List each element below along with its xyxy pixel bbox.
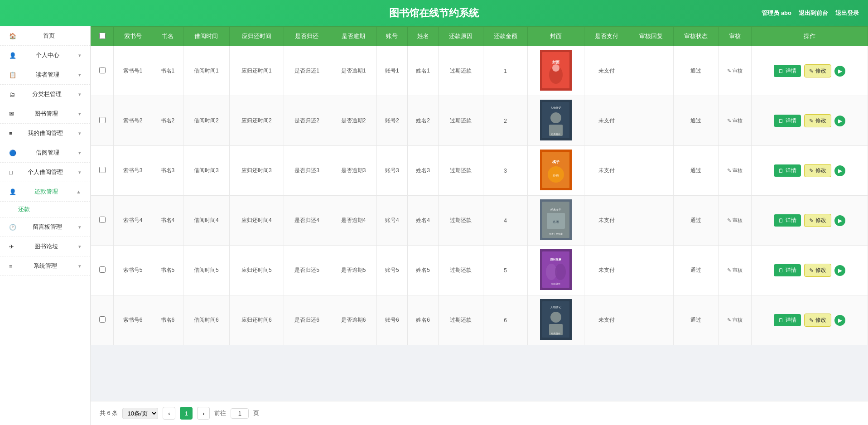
sub-return-label: 还款 [18,206,30,212]
row-check-2[interactable] [99,117,106,123]
sidebar-item-reader[interactable]: 📋 读者管理 ▾ [0,65,90,85]
table-row: 索书号4 书名4 借阅时间4 应归还时间4 是否归还4 是否逾期4 账号4 姓名… [91,196,868,246]
sidebar-item-myborrow[interactable]: ≡ 我的借阅管理 ▾ [0,124,90,143]
sidebar-item-personal-borrow[interactable]: □ 个人借阅管理 ▾ [0,163,90,182]
sidebar-item-borrow[interactable]: 🔵 借阅管理 ▾ [0,143,90,163]
per-page-select[interactable]: 10条/页 20条/页 50条/页 [122,408,158,419]
detail-icon-2: 🗒 [778,118,784,124]
sidebar-item-return[interactable]: 👤 还款管理 ▲ [0,182,90,202]
row-audit-reply-4 [629,196,674,246]
row-actions-3: 🗒 详情 ✎ 修改 ▶ [751,146,868,196]
goto-input[interactable] [231,408,249,419]
detail-icon-3: 🗒 [778,168,784,174]
edit-icon-2: ✎ [809,118,814,124]
sidebar-item-forum[interactable]: ✈ 图书论坛 ▾ [0,237,90,256]
row-check-4[interactable] [99,217,106,223]
row-book-name-1: 书名1 [152,46,183,96]
more-icon-4: ▶ [838,217,842,224]
sidebar-item-board[interactable]: 🕐 留言板管理 ▾ [0,217,90,237]
sidebar-sub-return[interactable]: 还款 [0,202,90,217]
edit-btn-4[interactable]: ✎ 修改 [804,214,831,227]
sidebar-item-home[interactable]: 🏠 首页 [0,26,90,46]
row-checkbox-6[interactable] [91,295,114,345]
detail-btn-6[interactable]: 🗒 详情 [774,314,801,326]
svg-point-4 [552,64,559,72]
detail-btn-4[interactable]: 🗒 详情 [774,214,801,227]
row-audit-reply-1 [629,46,674,96]
sidebar-item-personal[interactable]: 👤 个人中心 ▾ [0,46,90,65]
next-page-btn[interactable]: › [197,407,210,420]
detail-icon-1: 🗒 [778,68,784,74]
row-cover-1: 封面 [528,46,584,96]
select-all-checkbox[interactable] [99,33,106,39]
row-checkbox-2[interactable] [91,96,114,146]
arrow-forum: ▾ [78,244,81,250]
arrow-book: ▾ [78,111,81,117]
logout-link[interactable]: 退出登录 [835,9,859,17]
sidebar: 🏠 首页 👤 个人中心 ▾ 📋 读者管理 ▾ 🗂 分类栏管理 ▾ ✉ 图书管理 … [0,26,91,425]
sidebar-item-category[interactable]: 🗂 分类栏管理 ▾ [0,85,90,104]
myborrow-icon: ≡ [9,130,13,137]
row-reason-2: 过期还款 [439,96,483,146]
detail-btn-5[interactable]: 🗒 详情 [774,264,801,276]
sidebar-label-category: 分类栏管理 [32,90,62,98]
col-is-paid: 是否支付 [584,27,629,46]
row-checkbox-5[interactable] [91,246,114,295]
row-call-no-4: 索书号4 [114,196,152,246]
front-link[interactable]: 退出到前台 [799,9,828,17]
more-btn-5[interactable]: ▶ [834,265,845,276]
page-1-btn[interactable]: 1 [180,407,193,420]
svg-text:经典: 经典 [553,174,559,178]
row-check-3[interactable] [99,167,106,173]
sidebar-item-system[interactable]: ≡ 系统管理 ▾ [0,256,90,276]
row-checkbox-4[interactable] [91,196,114,246]
row-book-name-6: 书名6 [152,295,183,345]
arrow-board: ▾ [78,224,81,230]
more-btn-6[interactable]: ▶ [834,315,845,326]
personal-borrow-icon: □ [9,169,13,176]
row-checkbox-1[interactable] [91,46,114,96]
row-is-overdue-4: 是否逾期4 [330,196,377,246]
detail-icon-5: 🗒 [778,267,784,274]
more-btn-2[interactable]: ▶ [834,116,845,126]
table-row: 索书号3 书名3 借阅时间3 应归还时间3 是否归还3 是否逾期3 账号3 姓名… [91,146,868,196]
prev-page-btn[interactable]: ‹ [163,407,175,420]
row-is-returned-2: 是否归还2 [284,96,330,146]
edit-btn-5[interactable]: ✎ 修改 [804,264,831,277]
col-checkbox[interactable] [91,27,114,46]
detail-btn-2[interactable]: 🗒 详情 [774,115,801,127]
app-title: 图书馆在线节约系统 [389,7,479,19]
row-check-5[interactable] [99,266,106,273]
col-cover: 封面 [528,27,584,46]
row-reason-1: 过期还款 [439,46,483,96]
detail-btn-1[interactable]: 🗒 详情 [774,65,801,77]
row-name-5: 姓名5 [407,246,438,295]
app-header: 图书馆在线节约系统 管理员 abo 退出到前台 退出登录 [0,0,868,26]
row-call-no-5: 索书号5 [114,246,152,295]
row-audit-status-5: 通过 [674,246,719,295]
row-amount-2: 2 [483,96,528,146]
sidebar-item-book[interactable]: ✉ 图书管理 ▾ [0,104,90,124]
table-container[interactable]: 索书号 书名 借阅时间 应归还时间 是否归还 是否逾期 账号 姓名 还款原因 还… [91,26,868,401]
page-label: 页 [253,409,259,417]
col-return-due: 应归还时间 [230,27,284,46]
more-btn-3[interactable]: ▶ [834,165,845,176]
row-checkbox-3[interactable] [91,146,114,196]
more-btn-1[interactable]: ▶ [834,66,845,77]
row-check-1[interactable] [99,67,106,73]
edit-btn-1[interactable]: ✎ 修改 [804,64,831,77]
row-is-paid-3: 未支付 [584,146,629,196]
more-btn-4[interactable]: ▶ [834,215,845,226]
detail-btn-3[interactable]: 🗒 详情 [774,164,801,177]
table-row: 索书号1 书名1 借阅时间1 应归还时间1 是否归还1 是否逾期1 账号1 姓名… [91,46,868,96]
edit-btn-2[interactable]: ✎ 修改 [804,114,831,127]
col-reason: 还款原因 [439,27,483,46]
main-layout: 🏠 首页 👤 个人中心 ▾ 📋 读者管理 ▾ 🗂 分类栏管理 ▾ ✉ 图书管理 … [0,26,868,425]
row-check-6[interactable] [99,316,106,323]
svg-text:封面: 封面 [552,60,559,64]
pagination: 共 6 条 10条/页 20条/页 50条/页 ‹ 1 › 前往 页 [91,401,868,425]
row-is-returned-4: 是否归还4 [284,196,330,246]
edit-btn-3[interactable]: ✎ 修改 [804,164,831,177]
edit-btn-6[interactable]: ✎ 修改 [804,314,831,327]
audit-icon-1: ✎ 审核 [727,68,743,73]
